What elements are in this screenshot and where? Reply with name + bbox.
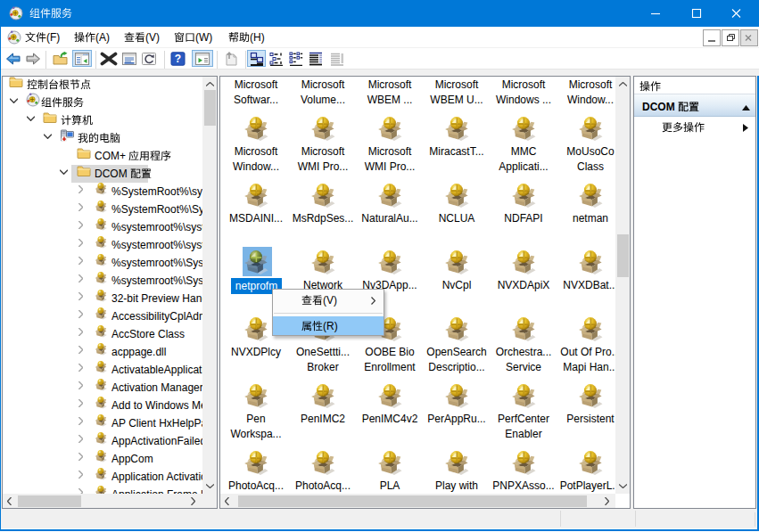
svg-text:?: ? <box>175 53 181 65</box>
